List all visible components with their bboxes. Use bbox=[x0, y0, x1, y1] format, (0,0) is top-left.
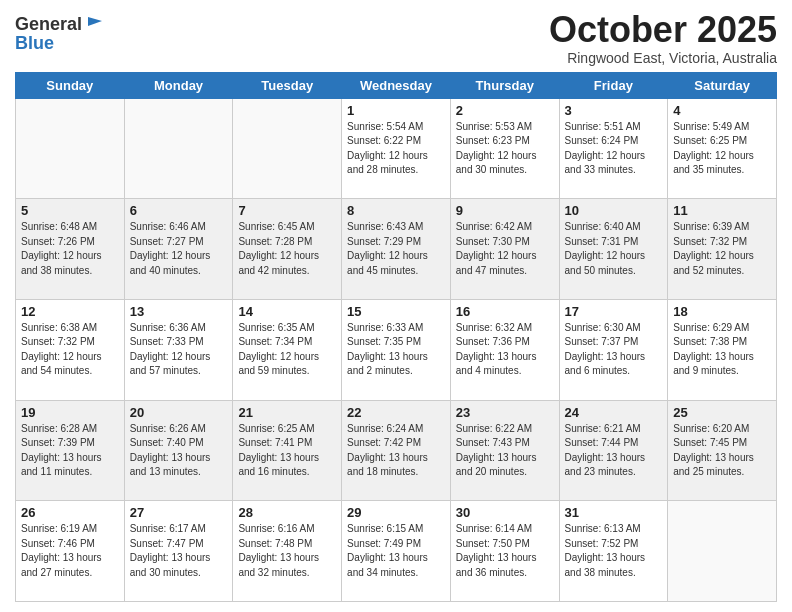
day-number: 22 bbox=[347, 405, 445, 420]
day-info: Sunrise: 6:16 AMSunset: 7:48 PMDaylight:… bbox=[238, 522, 336, 580]
day-info: Sunrise: 6:35 AMSunset: 7:34 PMDaylight:… bbox=[238, 321, 336, 379]
calendar-cell-2-5: 17Sunrise: 6:30 AMSunset: 7:37 PMDayligh… bbox=[559, 299, 668, 400]
header: General Blue October 2025 Ringwood East,… bbox=[15, 10, 777, 66]
day-info: Sunrise: 6:33 AMSunset: 7:35 PMDaylight:… bbox=[347, 321, 445, 379]
day-number: 29 bbox=[347, 505, 445, 520]
day-info: Sunrise: 6:28 AMSunset: 7:39 PMDaylight:… bbox=[21, 422, 119, 480]
calendar-cell-4-4: 30Sunrise: 6:14 AMSunset: 7:50 PMDayligh… bbox=[450, 501, 559, 602]
calendar-cell-1-5: 10Sunrise: 6:40 AMSunset: 7:31 PMDayligh… bbox=[559, 199, 668, 300]
day-number: 30 bbox=[456, 505, 554, 520]
day-info: Sunrise: 6:22 AMSunset: 7:43 PMDaylight:… bbox=[456, 422, 554, 480]
day-info: Sunrise: 6:39 AMSunset: 7:32 PMDaylight:… bbox=[673, 220, 771, 278]
day-info: Sunrise: 6:20 AMSunset: 7:45 PMDaylight:… bbox=[673, 422, 771, 480]
calendar-cell-2-0: 12Sunrise: 6:38 AMSunset: 7:32 PMDayligh… bbox=[16, 299, 125, 400]
page: General Blue October 2025 Ringwood East,… bbox=[0, 0, 792, 612]
day-info: Sunrise: 5:51 AMSunset: 6:24 PMDaylight:… bbox=[565, 120, 663, 178]
day-number: 10 bbox=[565, 203, 663, 218]
weekday-header-saturday: Saturday bbox=[668, 72, 777, 98]
logo-general-text: General bbox=[15, 14, 82, 35]
day-info: Sunrise: 6:43 AMSunset: 7:29 PMDaylight:… bbox=[347, 220, 445, 278]
day-number: 18 bbox=[673, 304, 771, 319]
calendar-cell-0-0 bbox=[16, 98, 125, 199]
day-number: 12 bbox=[21, 304, 119, 319]
day-info: Sunrise: 5:49 AMSunset: 6:25 PMDaylight:… bbox=[673, 120, 771, 178]
logo-flag-icon bbox=[84, 13, 106, 35]
day-info: Sunrise: 6:46 AMSunset: 7:27 PMDaylight:… bbox=[130, 220, 228, 278]
day-info: Sunrise: 6:29 AMSunset: 7:38 PMDaylight:… bbox=[673, 321, 771, 379]
calendar-cell-2-4: 16Sunrise: 6:32 AMSunset: 7:36 PMDayligh… bbox=[450, 299, 559, 400]
calendar-cell-1-6: 11Sunrise: 6:39 AMSunset: 7:32 PMDayligh… bbox=[668, 199, 777, 300]
day-number: 24 bbox=[565, 405, 663, 420]
calendar-cell-4-0: 26Sunrise: 6:19 AMSunset: 7:46 PMDayligh… bbox=[16, 501, 125, 602]
day-info: Sunrise: 6:21 AMSunset: 7:44 PMDaylight:… bbox=[565, 422, 663, 480]
location-subtitle: Ringwood East, Victoria, Australia bbox=[549, 50, 777, 66]
calendar-cell-1-1: 6Sunrise: 6:46 AMSunset: 7:27 PMDaylight… bbox=[124, 199, 233, 300]
calendar-cell-3-3: 22Sunrise: 6:24 AMSunset: 7:42 PMDayligh… bbox=[342, 400, 451, 501]
day-info: Sunrise: 6:25 AMSunset: 7:41 PMDaylight:… bbox=[238, 422, 336, 480]
weekday-header-friday: Friday bbox=[559, 72, 668, 98]
day-info: Sunrise: 6:19 AMSunset: 7:46 PMDaylight:… bbox=[21, 522, 119, 580]
calendar-header-row: SundayMondayTuesdayWednesdayThursdayFrid… bbox=[16, 72, 777, 98]
calendar-cell-0-5: 3Sunrise: 5:51 AMSunset: 6:24 PMDaylight… bbox=[559, 98, 668, 199]
calendar-cell-3-5: 24Sunrise: 6:21 AMSunset: 7:44 PMDayligh… bbox=[559, 400, 668, 501]
day-number: 14 bbox=[238, 304, 336, 319]
day-info: Sunrise: 6:30 AMSunset: 7:37 PMDaylight:… bbox=[565, 321, 663, 379]
calendar-row-0: 1Sunrise: 5:54 AMSunset: 6:22 PMDaylight… bbox=[16, 98, 777, 199]
calendar-cell-0-4: 2Sunrise: 5:53 AMSunset: 6:23 PMDaylight… bbox=[450, 98, 559, 199]
calendar-cell-2-1: 13Sunrise: 6:36 AMSunset: 7:33 PMDayligh… bbox=[124, 299, 233, 400]
calendar-cell-4-6 bbox=[668, 501, 777, 602]
calendar-cell-4-5: 31Sunrise: 6:13 AMSunset: 7:52 PMDayligh… bbox=[559, 501, 668, 602]
day-info: Sunrise: 6:36 AMSunset: 7:33 PMDaylight:… bbox=[130, 321, 228, 379]
day-info: Sunrise: 6:40 AMSunset: 7:31 PMDaylight:… bbox=[565, 220, 663, 278]
day-info: Sunrise: 6:45 AMSunset: 7:28 PMDaylight:… bbox=[238, 220, 336, 278]
day-number: 2 bbox=[456, 103, 554, 118]
day-info: Sunrise: 6:32 AMSunset: 7:36 PMDaylight:… bbox=[456, 321, 554, 379]
day-number: 13 bbox=[130, 304, 228, 319]
day-info: Sunrise: 6:48 AMSunset: 7:26 PMDaylight:… bbox=[21, 220, 119, 278]
calendar-table: SundayMondayTuesdayWednesdayThursdayFrid… bbox=[15, 72, 777, 602]
calendar-row-2: 12Sunrise: 6:38 AMSunset: 7:32 PMDayligh… bbox=[16, 299, 777, 400]
calendar-row-3: 19Sunrise: 6:28 AMSunset: 7:39 PMDayligh… bbox=[16, 400, 777, 501]
day-info: Sunrise: 6:13 AMSunset: 7:52 PMDaylight:… bbox=[565, 522, 663, 580]
day-number: 6 bbox=[130, 203, 228, 218]
day-number: 25 bbox=[673, 405, 771, 420]
day-number: 21 bbox=[238, 405, 336, 420]
day-info: Sunrise: 6:15 AMSunset: 7:49 PMDaylight:… bbox=[347, 522, 445, 580]
day-number: 23 bbox=[456, 405, 554, 420]
day-info: Sunrise: 6:14 AMSunset: 7:50 PMDaylight:… bbox=[456, 522, 554, 580]
calendar-cell-3-0: 19Sunrise: 6:28 AMSunset: 7:39 PMDayligh… bbox=[16, 400, 125, 501]
calendar-cell-0-1 bbox=[124, 98, 233, 199]
weekday-header-tuesday: Tuesday bbox=[233, 72, 342, 98]
weekday-header-thursday: Thursday bbox=[450, 72, 559, 98]
title-block: October 2025 Ringwood East, Victoria, Au… bbox=[549, 10, 777, 66]
day-number: 17 bbox=[565, 304, 663, 319]
day-number: 8 bbox=[347, 203, 445, 218]
calendar-cell-4-2: 28Sunrise: 6:16 AMSunset: 7:48 PMDayligh… bbox=[233, 501, 342, 602]
calendar-cell-1-2: 7Sunrise: 6:45 AMSunset: 7:28 PMDaylight… bbox=[233, 199, 342, 300]
calendar-cell-1-3: 8Sunrise: 6:43 AMSunset: 7:29 PMDaylight… bbox=[342, 199, 451, 300]
calendar-row-1: 5Sunrise: 6:48 AMSunset: 7:26 PMDaylight… bbox=[16, 199, 777, 300]
calendar-cell-2-2: 14Sunrise: 6:35 AMSunset: 7:34 PMDayligh… bbox=[233, 299, 342, 400]
day-number: 9 bbox=[456, 203, 554, 218]
day-info: Sunrise: 6:26 AMSunset: 7:40 PMDaylight:… bbox=[130, 422, 228, 480]
day-info: Sunrise: 6:24 AMSunset: 7:42 PMDaylight:… bbox=[347, 422, 445, 480]
calendar-cell-3-2: 21Sunrise: 6:25 AMSunset: 7:41 PMDayligh… bbox=[233, 400, 342, 501]
weekday-header-wednesday: Wednesday bbox=[342, 72, 451, 98]
logo-blue-text: Blue bbox=[15, 33, 106, 54]
day-info: Sunrise: 6:17 AMSunset: 7:47 PMDaylight:… bbox=[130, 522, 228, 580]
logo: General Blue bbox=[15, 14, 106, 54]
calendar-cell-2-3: 15Sunrise: 6:33 AMSunset: 7:35 PMDayligh… bbox=[342, 299, 451, 400]
day-number: 15 bbox=[347, 304, 445, 319]
day-info: Sunrise: 5:53 AMSunset: 6:23 PMDaylight:… bbox=[456, 120, 554, 178]
calendar-cell-0-3: 1Sunrise: 5:54 AMSunset: 6:22 PMDaylight… bbox=[342, 98, 451, 199]
calendar-cell-3-1: 20Sunrise: 6:26 AMSunset: 7:40 PMDayligh… bbox=[124, 400, 233, 501]
day-number: 11 bbox=[673, 203, 771, 218]
weekday-header-sunday: Sunday bbox=[16, 72, 125, 98]
calendar-cell-4-1: 27Sunrise: 6:17 AMSunset: 7:47 PMDayligh… bbox=[124, 501, 233, 602]
day-number: 31 bbox=[565, 505, 663, 520]
calendar-cell-3-6: 25Sunrise: 6:20 AMSunset: 7:45 PMDayligh… bbox=[668, 400, 777, 501]
calendar-cell-0-6: 4Sunrise: 5:49 AMSunset: 6:25 PMDaylight… bbox=[668, 98, 777, 199]
day-number: 28 bbox=[238, 505, 336, 520]
svg-marker-0 bbox=[88, 17, 102, 26]
calendar-cell-3-4: 23Sunrise: 6:22 AMSunset: 7:43 PMDayligh… bbox=[450, 400, 559, 501]
